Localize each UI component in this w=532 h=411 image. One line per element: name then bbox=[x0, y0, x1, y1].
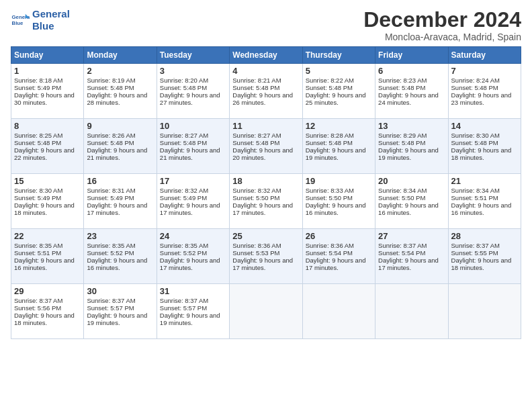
logo-text-line2: Blue bbox=[32, 20, 70, 32]
calendar-week-5: 29Sunrise: 8:37 AMSunset: 5:56 PMDayligh… bbox=[11, 284, 521, 339]
sunset: Sunset: 5:49 PM bbox=[87, 194, 134, 201]
month-title: December 2024 bbox=[363, 8, 521, 32]
daylight: Daylight: 9 hours and 19 minutes. bbox=[160, 312, 220, 326]
daylight: Daylight: 9 hours and 17 minutes. bbox=[232, 201, 293, 216]
daylight: Daylight: 9 hours and 20 minutes. bbox=[232, 146, 293, 161]
sunrise: Sunrise: 8:18 AM bbox=[14, 77, 62, 84]
calendar-cell: 19Sunrise: 8:33 AMSunset: 5:50 PMDayligh… bbox=[302, 174, 375, 229]
sunrise: Sunrise: 8:35 AM bbox=[160, 242, 208, 249]
daylight: Daylight: 9 hours and 17 minutes. bbox=[378, 257, 439, 271]
daylight: Daylight: 9 hours and 23 minutes. bbox=[451, 91, 512, 106]
col-header-sunday: Sunday bbox=[11, 47, 84, 64]
daylight: Daylight: 9 hours and 17 minutes. bbox=[232, 257, 293, 271]
sunrise: Sunrise: 8:34 AM bbox=[451, 187, 500, 194]
sunrise: Sunrise: 8:34 AM bbox=[378, 187, 427, 194]
day-number: 12 bbox=[306, 121, 372, 131]
sunset: Sunset: 5:49 PM bbox=[14, 84, 61, 91]
sunset: Sunset: 5:48 PM bbox=[451, 139, 498, 146]
sunset: Sunset: 5:49 PM bbox=[14, 194, 61, 201]
day-number: 25 bbox=[232, 231, 299, 241]
sunrise: Sunrise: 8:37 AM bbox=[87, 297, 135, 304]
calendar-cell: 14Sunrise: 8:30 AMSunset: 5:48 PMDayligh… bbox=[448, 119, 521, 174]
sunrise: Sunrise: 8:32 AM bbox=[160, 187, 208, 194]
calendar-cell: 7Sunrise: 8:24 AMSunset: 5:48 PMDaylight… bbox=[448, 64, 521, 119]
daylight: Daylight: 9 hours and 18 minutes. bbox=[451, 146, 512, 161]
day-number: 28 bbox=[451, 231, 518, 241]
sunrise: Sunrise: 8:23 AM bbox=[378, 77, 427, 84]
sunrise: Sunrise: 8:33 AM bbox=[306, 187, 354, 194]
day-number: 24 bbox=[160, 231, 226, 241]
day-number: 1 bbox=[14, 66, 81, 76]
sunset: Sunset: 5:48 PM bbox=[87, 84, 134, 91]
sunset: Sunset: 5:50 PM bbox=[306, 194, 353, 201]
sunset: Sunset: 5:53 PM bbox=[232, 249, 279, 257]
daylight: Daylight: 9 hours and 27 minutes. bbox=[160, 91, 220, 106]
sunrise: Sunrise: 8:28 AM bbox=[306, 132, 354, 139]
daylight: Daylight: 9 hours and 17 minutes. bbox=[160, 257, 220, 271]
sunrise: Sunrise: 8:35 AM bbox=[14, 242, 62, 249]
daylight: Daylight: 9 hours and 19 minutes. bbox=[306, 146, 366, 161]
sunset: Sunset: 5:48 PM bbox=[306, 139, 353, 146]
daylight: Daylight: 9 hours and 26 minutes. bbox=[232, 91, 293, 106]
daylight: Daylight: 9 hours and 25 minutes. bbox=[306, 91, 366, 106]
sunset: Sunset: 5:52 PM bbox=[87, 249, 134, 257]
sunset: Sunset: 5:57 PM bbox=[87, 304, 134, 312]
sunrise: Sunrise: 8:36 AM bbox=[232, 242, 281, 249]
sunset: Sunset: 5:48 PM bbox=[14, 139, 61, 146]
calendar-cell bbox=[302, 284, 375, 339]
sunrise: Sunrise: 8:20 AM bbox=[160, 77, 208, 84]
calendar-cell bbox=[230, 284, 302, 339]
calendar-cell: 24Sunrise: 8:35 AMSunset: 5:52 PMDayligh… bbox=[157, 229, 229, 284]
daylight: Daylight: 9 hours and 21 minutes. bbox=[87, 146, 147, 161]
sunrise: Sunrise: 8:37 AM bbox=[451, 242, 500, 249]
day-number: 14 bbox=[451, 121, 518, 131]
daylight: Daylight: 9 hours and 18 minutes. bbox=[451, 257, 512, 271]
sunset: Sunset: 5:51 PM bbox=[14, 249, 61, 257]
day-number: 20 bbox=[378, 176, 445, 186]
col-header-tuesday: Tuesday bbox=[157, 47, 229, 64]
sunrise: Sunrise: 8:37 AM bbox=[378, 242, 427, 249]
daylight: Daylight: 9 hours and 16 minutes. bbox=[378, 201, 439, 216]
daylight: Daylight: 9 hours and 17 minutes. bbox=[87, 201, 147, 216]
col-header-thursday: Thursday bbox=[302, 47, 375, 64]
calendar-cell: 31Sunrise: 8:37 AMSunset: 5:57 PMDayligh… bbox=[157, 284, 229, 339]
calendar-cell: 28Sunrise: 8:37 AMSunset: 5:55 PMDayligh… bbox=[448, 229, 521, 284]
daylight: Daylight: 9 hours and 19 minutes. bbox=[378, 146, 439, 161]
calendar-cell: 9Sunrise: 8:26 AMSunset: 5:48 PMDaylight… bbox=[84, 119, 157, 174]
sunset: Sunset: 5:54 PM bbox=[378, 249, 425, 257]
daylight: Daylight: 9 hours and 18 minutes. bbox=[14, 201, 75, 216]
day-number: 22 bbox=[14, 231, 81, 241]
sunset: Sunset: 5:48 PM bbox=[451, 84, 498, 91]
day-number: 21 bbox=[451, 176, 518, 186]
day-number: 15 bbox=[14, 176, 81, 186]
calendar-week-1: 1Sunrise: 8:18 AMSunset: 5:49 PMDaylight… bbox=[11, 64, 521, 119]
calendar-cell: 12Sunrise: 8:28 AMSunset: 5:48 PMDayligh… bbox=[302, 119, 375, 174]
day-number: 9 bbox=[87, 121, 153, 131]
sunset: Sunset: 5:48 PM bbox=[306, 84, 353, 91]
day-number: 8 bbox=[14, 121, 81, 131]
daylight: Daylight: 9 hours and 17 minutes. bbox=[306, 257, 366, 271]
sunset: Sunset: 5:48 PM bbox=[232, 139, 279, 146]
calendar-cell: 13Sunrise: 8:29 AMSunset: 5:48 PMDayligh… bbox=[375, 119, 448, 174]
sunrise: Sunrise: 8:30 AM bbox=[14, 187, 62, 194]
day-number: 10 bbox=[160, 121, 226, 131]
daylight: Daylight: 9 hours and 18 minutes. bbox=[14, 312, 75, 326]
sunset: Sunset: 5:48 PM bbox=[378, 139, 425, 146]
logo: General Blue General Blue bbox=[11, 8, 70, 32]
day-number: 30 bbox=[87, 286, 153, 296]
sunrise: Sunrise: 8:32 AM bbox=[232, 187, 281, 194]
sunrise: Sunrise: 8:37 AM bbox=[160, 297, 208, 304]
calendar-cell: 10Sunrise: 8:27 AMSunset: 5:48 PMDayligh… bbox=[157, 119, 229, 174]
sunset: Sunset: 5:57 PM bbox=[160, 304, 207, 312]
calendar-cell: 26Sunrise: 8:36 AMSunset: 5:54 PMDayligh… bbox=[302, 229, 375, 284]
page-container: General Blue General Blue December 2024 … bbox=[0, 0, 532, 345]
sunset: Sunset: 5:51 PM bbox=[451, 194, 498, 201]
day-number: 3 bbox=[160, 66, 226, 76]
day-number: 5 bbox=[306, 66, 372, 76]
col-header-saturday: Saturday bbox=[448, 47, 521, 64]
calendar-cell bbox=[375, 284, 448, 339]
logo-icon: General Blue bbox=[11, 11, 30, 30]
daylight: Daylight: 9 hours and 17 minutes. bbox=[160, 201, 220, 216]
calendar-cell: 27Sunrise: 8:37 AMSunset: 5:54 PMDayligh… bbox=[375, 229, 448, 284]
sunset: Sunset: 5:52 PM bbox=[160, 249, 207, 257]
